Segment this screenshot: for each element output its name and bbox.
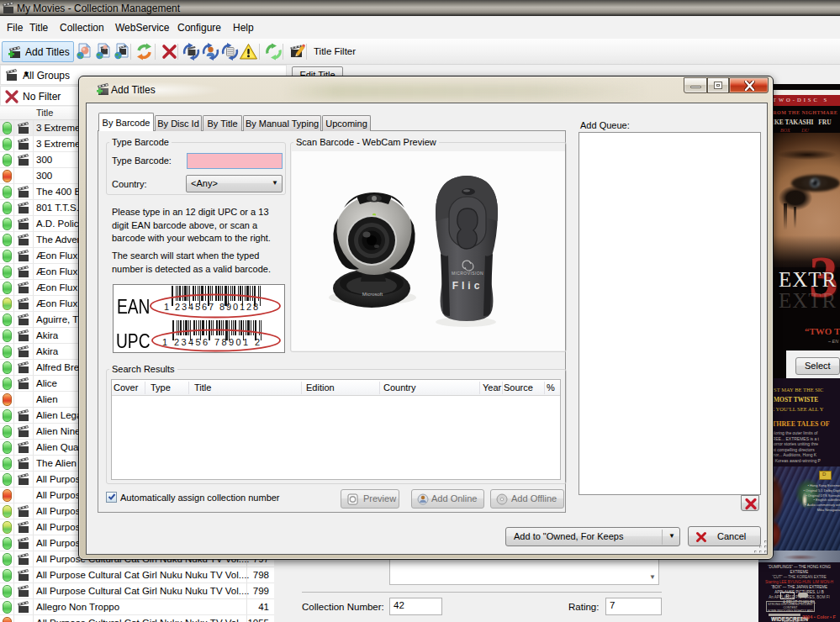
svg-text:MICROVISION: MICROVISION (452, 271, 483, 276)
svg-text:1 234567 890128: 1 234567 890128 (164, 302, 258, 312)
svg-text:Microsoft: Microsoft (362, 292, 383, 297)
svg-text:1 23456 78901 2: 1 23456 78901 2 (162, 337, 260, 347)
svg-text:Flic: Flic (452, 280, 483, 292)
